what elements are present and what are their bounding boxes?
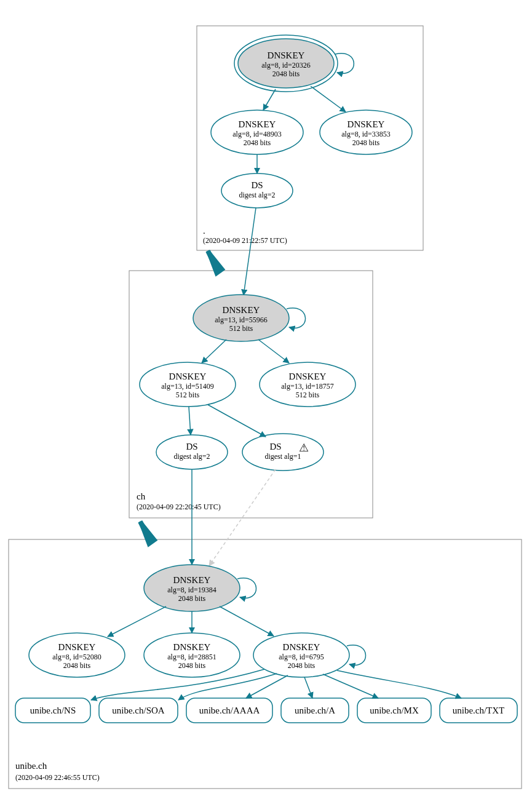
arrow-ch-ksk-zsk1 [202, 340, 226, 363]
zone-root-label: . [203, 226, 205, 236]
svg-text:DNSKEY: DNSKEY [283, 642, 320, 652]
arrow-ch-ksk-zsk2 [258, 340, 289, 363]
svg-text:unibe.ch/A: unibe.ch/A [295, 706, 335, 715]
svg-text:512 bits: 512 bits [229, 324, 253, 333]
svg-text:2048 bits: 2048 bits [178, 594, 206, 603]
root-zsk2-node: DNSKEY alg=8, id=33853 2048 bits [320, 110, 412, 154]
svg-text:512 bits: 512 bits [176, 391, 200, 399]
zone-ch-label: ch [137, 491, 146, 501]
svg-text:DS: DS [186, 442, 197, 451]
svg-text:2048 bits: 2048 bits [178, 661, 206, 670]
svg-text:unibe.ch/TXT: unibe.ch/TXT [453, 706, 505, 715]
zone-root-ts: (2020-04-09 21:22:57 UTC) [203, 236, 287, 245]
svg-text:2048 bits: 2048 bits [288, 661, 316, 670]
arrow-ch-zsk1-ds1 [189, 407, 191, 435]
arrow-zsk3-txt [337, 670, 461, 698]
svg-text:unibe.ch/SOA: unibe.ch/SOA [112, 706, 165, 715]
zone-ch-ts: (2020-04-09 22:20:45 UTC) [137, 503, 221, 511]
svg-text:digest alg=1: digest alg=1 [264, 452, 301, 461]
svg-text:DNSKEY: DNSKEY [347, 119, 385, 129]
ch-ds2-node: DS digest alg=1 ⚠ [242, 434, 324, 471]
ch-ksk-node: DNSKEY alg=13, id=55966 512 bits [193, 295, 289, 341]
svg-text:DNSKEY: DNSKEY [173, 642, 211, 652]
arrow-zsk3-a [304, 677, 312, 698]
svg-text:DNSKEY: DNSKEY [58, 642, 96, 652]
arrow-root-ksk-zsk2 [311, 86, 346, 112]
root-ds-node: DS digest alg=2 [221, 173, 293, 208]
svg-text:unibe.ch/MX: unibe.ch/MX [370, 706, 419, 715]
svg-text:DNSKEY: DNSKEY [268, 50, 305, 60]
arrow-zsk3-mx [323, 674, 378, 698]
arrow-unibe-ksk-zsk1 [108, 606, 166, 637]
warning-icon: ⚠ [299, 442, 309, 454]
ch-zsk2-node: DNSKEY alg=13, id=18757 512 bits [260, 362, 355, 407]
svg-text:2048 bits: 2048 bits [272, 70, 300, 78]
svg-text:alg=8, id=33853: alg=8, id=33853 [341, 130, 391, 138]
zone-unibe-label: unibe.ch [15, 761, 47, 771]
svg-text:2048 bits: 2048 bits [352, 138, 380, 147]
rr-soa: unibe.ch/SOA [99, 698, 178, 723]
unibe-ksk-node: DNSKEY alg=8, id=19384 2048 bits [144, 565, 240, 611]
svg-text:alg=8, id=19384: alg=8, id=19384 [167, 586, 216, 594]
rr-mx: unibe.ch/MX [357, 698, 431, 723]
svg-text:DNSKEY: DNSKEY [173, 575, 211, 585]
ch-ds1-node: DS digest alg=2 [156, 435, 228, 469]
svg-text:DS: DS [269, 442, 281, 451]
svg-text:DS: DS [251, 180, 263, 190]
svg-text:2048 bits: 2048 bits [63, 661, 91, 670]
svg-text:unibe.ch/NS: unibe.ch/NS [30, 706, 76, 715]
unibe-zsk3-node: DNSKEY alg=8, id=6795 2048 bits [253, 633, 349, 677]
svg-text:DNSKEY: DNSKEY [223, 305, 260, 315]
svg-text:DNSKEY: DNSKEY [289, 372, 327, 381]
unibe-zsk1-node: DNSKEY alg=8, id=52080 2048 bits [29, 633, 125, 677]
arrow-ch-zsk1-ds2 [208, 405, 266, 437]
svg-text:alg=8, id=48903: alg=8, id=48903 [232, 130, 282, 138]
arrow-unibe-ksk-zsk3 [220, 606, 274, 636]
zone-unibe-ts: (2020-04-09 22:46:55 UTC) [15, 773, 100, 782]
rr-txt: unibe.ch/TXT [440, 698, 517, 723]
svg-text:alg=8, id=6795: alg=8, id=6795 [279, 653, 324, 661]
svg-text:alg=13, id=18757: alg=13, id=18757 [281, 382, 334, 391]
svg-text:digest alg=2: digest alg=2 [239, 191, 275, 199]
svg-text:digest alg=2: digest alg=2 [173, 452, 210, 461]
svg-text:DNSKEY: DNSKEY [239, 119, 276, 129]
rr-a: unibe.ch/A [281, 698, 349, 723]
svg-text:alg=8, id=20326: alg=8, id=20326 [261, 61, 311, 70]
svg-text:alg=13, id=55966: alg=13, id=55966 [215, 316, 268, 324]
dnssec-chain-diagram: . (2020-04-09 21:22:57 UTC) DNSKEY alg=8… [0, 0, 532, 799]
arrow-zsk3-aaaa [246, 675, 288, 698]
rr-aaaa: unibe.ch/AAAA [186, 698, 272, 723]
root-zsk1-node: DNSKEY alg=8, id=48903 2048 bits [211, 110, 303, 154]
arrow-root-ksk-zsk1 [263, 89, 276, 110]
ch-zsk1-node: DNSKEY alg=13, id=51409 512 bits [140, 362, 236, 407]
svg-text:alg=8, id=52080: alg=8, id=52080 [52, 653, 101, 661]
svg-text:2048 bits: 2048 bits [244, 138, 271, 147]
svg-text:alg=8, id=28851: alg=8, id=28851 [167, 653, 216, 661]
root-ksk-node: DNSKEY alg=8, id=20326 2048 bits [234, 35, 338, 92]
svg-text:512 bits: 512 bits [296, 391, 320, 399]
unibe-zsk2-node: DNSKEY alg=8, id=28851 2048 bits [144, 633, 240, 677]
svg-text:DNSKEY: DNSKEY [169, 372, 207, 381]
svg-text:alg=13, id=51409: alg=13, id=51409 [161, 382, 214, 391]
arrow-root-ds-ch-ksk [244, 208, 256, 295]
rr-ns: unibe.ch/NS [15, 698, 90, 723]
svg-text:unibe.ch/AAAA: unibe.ch/AAAA [199, 706, 260, 715]
